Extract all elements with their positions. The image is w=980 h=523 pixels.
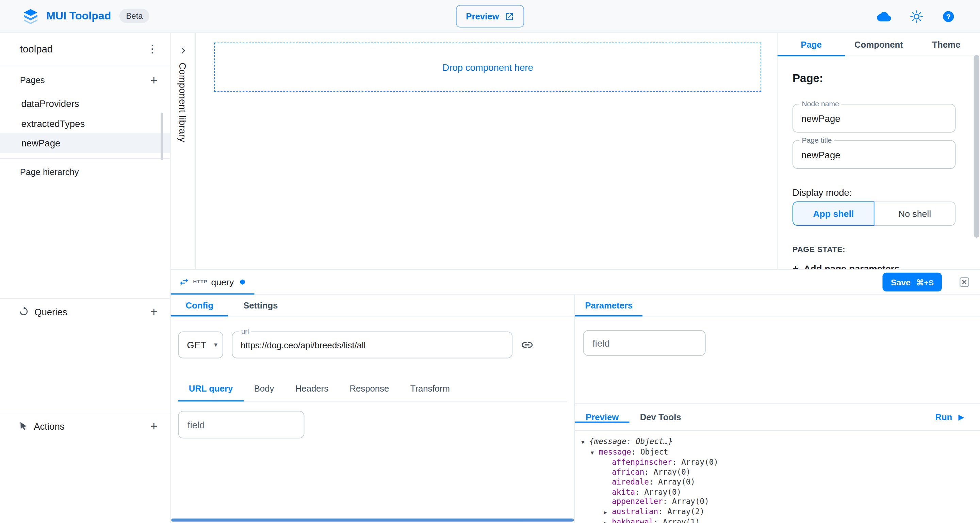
expanded-icon[interactable]: ▼ — [581, 438, 589, 448]
tab-component[interactable]: Component — [845, 33, 912, 56]
sidebar-scrollbar[interactable] — [161, 113, 163, 160]
tree-row[interactable]: ▼message: Object — [581, 448, 980, 458]
tab-page[interactable]: Page — [778, 33, 845, 56]
tab-parameters[interactable]: Parameters — [575, 295, 643, 316]
preview-button-label: Preview — [466, 11, 499, 21]
node-name-input[interactable] — [793, 105, 955, 132]
page-title-field: Page title — [792, 140, 956, 169]
sidebar-page-item-selected[interactable]: newPage — [0, 133, 170, 153]
app-bar: MUI Toolpad Beta Preview — [0, 0, 980, 33]
tab-url-query[interactable]: URL query — [178, 376, 243, 401]
tree-root-preview: {message: Object…} — [589, 437, 673, 446]
tab-headers[interactable]: Headers — [285, 376, 339, 401]
main-area: Component library Drop component here Pa… — [170, 33, 980, 523]
query-config-pane: Config Settings GET ▾ url — [170, 295, 575, 523]
drop-zone[interactable]: Drop component here — [215, 43, 761, 92]
add-action-button[interactable]: + — [150, 419, 157, 432]
tab-response[interactable]: Response — [339, 376, 399, 401]
sidebar-header: toolpad ⋮ — [0, 33, 170, 66]
sidebar-page-item[interactable]: dataProviders — [0, 94, 170, 114]
page-canvas: Drop component here — [196, 33, 777, 269]
tree-root-row[interactable]: ▼{message: Object…} — [581, 437, 980, 448]
tab-preview[interactable]: Preview — [575, 412, 630, 422]
display-mode-no-shell[interactable]: No shell — [875, 201, 956, 226]
method-select[interactable]: GET ▾ — [178, 331, 223, 358]
display-mode-app-shell[interactable]: App shell — [792, 201, 875, 226]
kebab-menu-icon[interactable]: ⋮ — [147, 43, 158, 56]
url-input[interactable] — [232, 332, 512, 357]
tree-row[interactable]: affenpinscher: Array(0) — [581, 458, 980, 468]
help-icon[interactable]: ? — [942, 10, 955, 23]
parameter-field-input[interactable] — [583, 330, 706, 356]
cloud-sync-icon[interactable] — [877, 10, 891, 22]
expanded-icon[interactable]: ▼ — [591, 448, 599, 458]
add-page-parameters-button[interactable]: + Add page parameters — [792, 263, 956, 269]
close-panel-button[interactable] — [959, 277, 969, 287]
page-title-label: Page title — [799, 136, 834, 144]
tab-settings[interactable]: Settings — [228, 295, 293, 316]
page-hierarchy-label: Page hierarchy — [0, 159, 170, 185]
inspector-panel: Page Component Theme Page: Node name Pag… — [777, 33, 980, 269]
drop-zone-label: Drop component here — [442, 62, 533, 73]
inspector-scrollbar[interactable] — [974, 55, 980, 238]
actions-section-header: Actions + — [0, 413, 170, 438]
theme-toggle-icon[interactable] — [910, 10, 923, 23]
save-button-label: Save — [891, 277, 911, 287]
run-button[interactable]: Run ▶ — [935, 412, 964, 422]
chevron-right-icon[interactable] — [178, 46, 187, 55]
play-icon: ▶ — [959, 414, 964, 421]
actions-icon — [19, 421, 28, 431]
brand-name: MUI Toolpad — [46, 10, 111, 23]
add-page-button[interactable]: + — [150, 74, 157, 86]
toolpad-logo-icon — [22, 8, 39, 24]
page-heading: Page: — [792, 72, 956, 85]
tab-dev-tools[interactable]: Dev Tools — [629, 412, 692, 422]
parameters-tabs: Parameters — [575, 295, 980, 316]
save-shortcut: ⌘+S — [916, 277, 934, 287]
http-icon — [179, 276, 189, 287]
tree-row[interactable]: ▶australian: Array(2) — [581, 507, 980, 518]
add-query-button[interactable]: + — [150, 305, 157, 318]
tree-row[interactable]: african: Array(0) — [581, 468, 980, 478]
collapsed-icon[interactable]: ▶ — [604, 518, 612, 523]
query-tab[interactable]: HTTP query — [170, 269, 254, 294]
tab-config[interactable]: Config — [170, 295, 228, 316]
canvas-row: Component library Drop component here — [170, 33, 777, 269]
caret-down-icon: ▾ — [214, 341, 218, 349]
external-link-icon — [504, 11, 514, 21]
app-title: toolpad — [20, 43, 53, 55]
tree-row[interactable]: ▶bakharwal: Array(1) — [581, 518, 980, 523]
display-mode-label: Display mode: — [792, 187, 956, 198]
method-value: GET — [187, 340, 206, 350]
preview-button[interactable]: Preview — [456, 5, 524, 27]
component-library-panel[interactable]: Component library — [170, 33, 195, 269]
horizontal-scrollbar[interactable] — [171, 518, 574, 521]
app-bar-actions: ? — [877, 0, 955, 33]
actions-label: Actions — [34, 421, 64, 431]
page-item-label: dataProviders — [21, 99, 79, 109]
tab-transform[interactable]: Transform — [399, 376, 460, 401]
component-library-label: Component library — [178, 63, 188, 142]
page-state-label: PAGE STATE: — [792, 245, 956, 254]
brand: MUI Toolpad Beta — [22, 8, 150, 24]
link-icon[interactable] — [520, 338, 534, 352]
sidebar-page-item[interactable]: extractedTypes — [0, 113, 170, 133]
plus-icon: + — [792, 263, 799, 269]
url-query-field-input[interactable] — [178, 411, 304, 438]
parameters-content — [575, 316, 980, 404]
page-item-label: extractedTypes — [21, 118, 85, 129]
tree-row[interactable]: appenzeller: Array(0) — [581, 497, 980, 507]
page-title-input[interactable] — [793, 140, 955, 168]
collapsed-icon[interactable]: ▶ — [604, 508, 612, 518]
tab-body[interactable]: Body — [243, 376, 285, 401]
query-editor-panel: HTTP query Save ⌘+S — [170, 269, 980, 523]
json-tree: ▼{message: Object…} ▼message: Object aff… — [575, 431, 980, 523]
save-button[interactable]: Save ⌘+S — [883, 273, 942, 292]
tree-row[interactable]: akita: Array(0) — [581, 488, 980, 497]
query-editor-body: Config Settings GET ▾ url — [170, 295, 980, 523]
queries-icon — [19, 306, 29, 316]
tab-theme[interactable]: Theme — [913, 33, 980, 56]
tree-row[interactable]: airedale: Array(0) — [581, 478, 980, 488]
query-protocol-label: HTTP — [193, 279, 208, 285]
node-name-label: Node name — [799, 100, 842, 108]
